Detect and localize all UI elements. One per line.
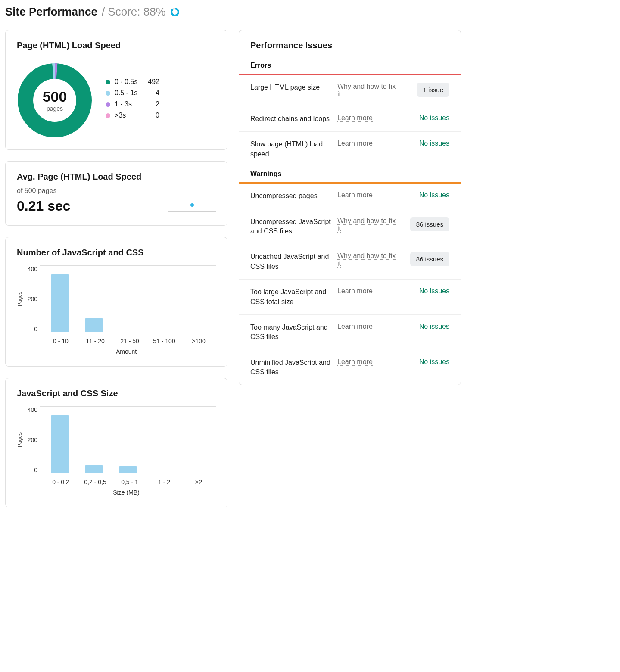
bar-col bbox=[77, 266, 111, 332]
y-tick: 400 bbox=[25, 265, 37, 272]
issue-status: No issues bbox=[403, 323, 449, 330]
y-tick: 0 bbox=[25, 467, 37, 473]
score-donut-icon bbox=[170, 7, 180, 17]
y-tick: 200 bbox=[25, 436, 37, 443]
issue-count-button[interactable]: 86 issues bbox=[410, 217, 449, 231]
issue-name: Redirect chains and loops bbox=[250, 114, 332, 124]
y-tick: 200 bbox=[25, 296, 37, 302]
donut-legend: 0 - 0.5s4920.5 - 1s41 - 3s2>3s0 bbox=[106, 78, 159, 123]
y-axis-label: Pages bbox=[17, 292, 23, 306]
issue-link[interactable]: Why and how to fix it bbox=[337, 217, 396, 233]
bar-chart-size: Pages40020000 - 0,20,2 - 0,50,5 - 11 - 2… bbox=[17, 406, 216, 496]
issue-name: Slow page (HTML) load speed bbox=[250, 140, 332, 159]
bar bbox=[51, 415, 69, 473]
x-tick: 51 - 100 bbox=[147, 338, 181, 345]
legend-dot-icon bbox=[106, 102, 110, 107]
no-issues-label: No issues bbox=[419, 323, 449, 330]
issue-status: No issues bbox=[403, 287, 449, 295]
y-axis-label: Pages bbox=[17, 432, 23, 447]
card-title: Page (HTML) Load Speed bbox=[17, 40, 216, 50]
section-errors: Errors bbox=[239, 58, 461, 75]
card-title: JavaScript and CSS Size bbox=[17, 389, 216, 398]
issue-link[interactable]: Why and how to fix it bbox=[337, 252, 396, 268]
legend-value: 4 bbox=[144, 89, 159, 97]
x-tick: >2 bbox=[181, 479, 216, 485]
bar-col bbox=[43, 266, 77, 332]
issue-link[interactable]: Learn more bbox=[337, 114, 373, 122]
issue-status: No issues bbox=[403, 140, 449, 147]
issue-link[interactable]: Learn more bbox=[337, 287, 373, 295]
card-title: Avg. Page (HTML) Load Speed bbox=[17, 172, 141, 182]
legend-row: >3s0 bbox=[106, 112, 159, 119]
card-jscss-count: Number of JavaScript and CSS Pages400200… bbox=[5, 237, 227, 367]
bar-col bbox=[43, 407, 77, 473]
issue-name: Large HTML page size bbox=[250, 83, 332, 92]
bars-area bbox=[40, 265, 216, 333]
issue-row: Too large JavaScript and CSS total sizeL… bbox=[239, 280, 461, 315]
bar-col bbox=[111, 266, 145, 332]
no-issues-label: No issues bbox=[419, 191, 449, 199]
issue-row: Uncompressed pagesLearn moreNo issues bbox=[239, 184, 461, 209]
donut-total-label: pages bbox=[47, 105, 63, 112]
bar bbox=[85, 318, 103, 332]
legend-label: 0 - 0.5s bbox=[115, 78, 144, 86]
x-axis-label: Amount bbox=[17, 348, 216, 355]
issue-status: 1 issue bbox=[403, 83, 449, 97]
page-header: Site Performance / Score: 88% bbox=[5, 5, 615, 19]
x-tick: 0,5 - 1 bbox=[112, 479, 147, 485]
issue-name: Uncompressed JavaScript and CSS files bbox=[250, 217, 332, 236]
issue-row: Too many JavaScript and CSS filesLearn m… bbox=[239, 315, 461, 350]
no-issues-label: No issues bbox=[419, 358, 449, 365]
bar-col bbox=[179, 266, 213, 332]
x-tick: 21 - 50 bbox=[112, 338, 147, 345]
no-issues-label: No issues bbox=[419, 287, 449, 295]
x-tick: 0 - 0,2 bbox=[44, 479, 78, 485]
legend-dot-icon bbox=[106, 91, 110, 96]
donut-total: 500 bbox=[43, 89, 67, 105]
bar-col bbox=[111, 407, 145, 473]
issue-status: 86 issues bbox=[403, 217, 449, 231]
page-score: / Score: 88% bbox=[102, 5, 166, 19]
x-ticks: 0 - 1011 - 2021 - 5051 - 100>100 bbox=[17, 338, 216, 345]
issue-count-button[interactable]: 86 issues bbox=[410, 252, 449, 266]
x-tick: >100 bbox=[181, 338, 216, 345]
issue-status: 86 issues bbox=[403, 252, 449, 266]
legend-dot-icon bbox=[106, 80, 110, 84]
avg-value: 0.21 sec bbox=[17, 198, 141, 214]
card-load-speed: Page (HTML) Load Speed 500 pages 0 - 0.5… bbox=[5, 30, 227, 150]
issue-row: Uncompressed JavaScript and CSS filesWhy… bbox=[239, 209, 461, 245]
issue-link[interactable]: Learn more bbox=[337, 191, 373, 199]
card-title: Number of JavaScript and CSS bbox=[17, 248, 216, 258]
bar bbox=[119, 466, 137, 473]
no-issues-label: No issues bbox=[419, 140, 449, 147]
issue-link[interactable]: Learn more bbox=[337, 140, 373, 147]
bar-chart-count: Pages40020000 - 1011 - 2021 - 5051 - 100… bbox=[17, 265, 216, 355]
avg-subtitle: of 500 pages bbox=[17, 187, 141, 195]
issue-row: Redirect chains and loopsLearn moreNo is… bbox=[239, 106, 461, 132]
y-ticks: 4002000 bbox=[25, 406, 40, 473]
legend-dot-icon bbox=[106, 113, 110, 118]
bar bbox=[85, 465, 103, 473]
legend-value: 492 bbox=[144, 78, 159, 86]
issue-link[interactable]: Learn more bbox=[337, 323, 373, 330]
card-title: Performance Issues bbox=[239, 40, 461, 50]
issue-name: Too many JavaScript and CSS files bbox=[250, 323, 332, 342]
issue-name: Too large JavaScript and CSS total size bbox=[250, 287, 332, 307]
x-tick: 11 - 20 bbox=[78, 338, 112, 345]
issue-link[interactable]: Learn more bbox=[337, 358, 373, 366]
issue-link[interactable]: Why and how to fix it bbox=[337, 83, 396, 98]
issue-row: Unminified JavaScript and CSS filesLearn… bbox=[239, 350, 461, 385]
issue-name: Uncached JavaScript and CSS files bbox=[250, 252, 332, 271]
legend-row: 1 - 3s2 bbox=[106, 100, 159, 108]
legend-value: 2 bbox=[144, 100, 159, 108]
issue-row: Large HTML page sizeWhy and how to fix i… bbox=[239, 75, 461, 106]
legend-row: 0 - 0.5s492 bbox=[106, 78, 159, 86]
bar bbox=[51, 274, 69, 332]
issue-status: No issues bbox=[403, 114, 449, 122]
issue-status: No issues bbox=[403, 191, 449, 199]
issue-count-button[interactable]: 1 issue bbox=[417, 83, 449, 97]
spark-dot-icon bbox=[190, 203, 194, 207]
x-tick: 0 - 10 bbox=[44, 338, 78, 345]
x-tick: 1 - 2 bbox=[147, 479, 181, 485]
donut-chart: 500 pages bbox=[17, 62, 93, 138]
